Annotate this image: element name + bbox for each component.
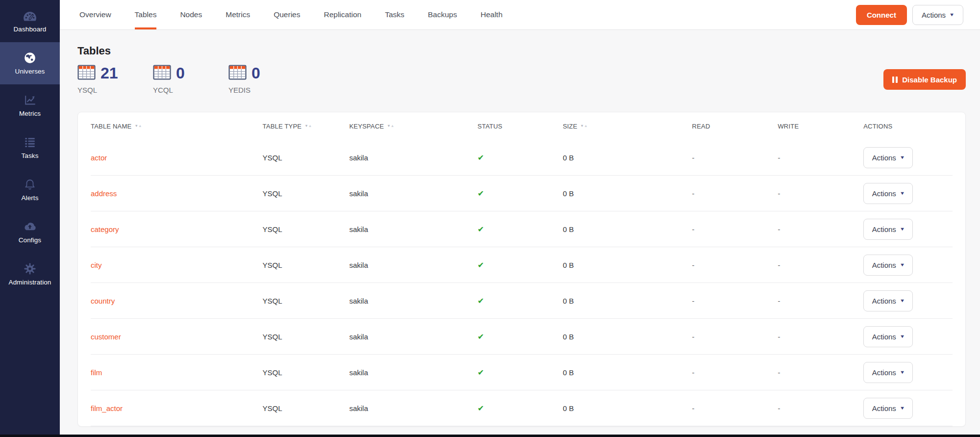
top-navbar: OverviewTablesNodesMetricsQueriesReplica… bbox=[60, 0, 980, 30]
table-name-link[interactable]: city bbox=[91, 261, 263, 269]
sidebar-item-administration[interactable]: Administration bbox=[0, 253, 60, 295]
table-count-ysql: 21YSQL bbox=[77, 63, 153, 94]
tab-tables[interactable]: Tables bbox=[123, 0, 169, 29]
tab-nodes[interactable]: Nodes bbox=[168, 0, 214, 29]
tab-overview[interactable]: Overview bbox=[68, 0, 123, 29]
table-count-value: 0 bbox=[251, 65, 260, 81]
table-grid-icon bbox=[228, 65, 247, 82]
row-actions-button[interactable]: Actions▼ bbox=[863, 362, 913, 383]
universe-actions-button[interactable]: Actions ▼ bbox=[912, 5, 963, 25]
read-cell: - bbox=[692, 368, 778, 377]
sidebar-item-configs[interactable]: Configs bbox=[0, 211, 60, 253]
table-row: film_actorYSQLsakila✔0 B--Actions▼ bbox=[91, 390, 953, 426]
row-actions-button[interactable]: Actions▼ bbox=[863, 219, 913, 240]
tab-replication[interactable]: Replication bbox=[312, 0, 373, 29]
bell-icon bbox=[24, 178, 36, 191]
chevron-down-icon: ▼ bbox=[900, 191, 905, 196]
table-name-link[interactable]: film bbox=[91, 368, 263, 377]
table-row: categoryYSQLsakila✔0 B--Actions▼ bbox=[91, 211, 953, 247]
read-cell: - bbox=[692, 189, 778, 198]
sidebar-item-tasks[interactable]: Tasks bbox=[0, 127, 60, 169]
topnav-actions: Connect Actions ▼ bbox=[856, 0, 963, 29]
column-header-keyspace[interactable]: KEYSPACE▼▲ bbox=[349, 123, 477, 130]
keyspace-cell: sakila bbox=[349, 404, 477, 412]
table-name-link[interactable]: country bbox=[91, 297, 263, 305]
column-header-actions: ACTIONS bbox=[863, 123, 953, 130]
write-cell: - bbox=[778, 404, 863, 412]
gauge-icon bbox=[23, 9, 37, 22]
connect-button[interactable]: Connect bbox=[856, 5, 907, 25]
tables-card: TABLE NAME▼▲TABLE TYPE▼▲KEYSPACE▼▲STATUS… bbox=[77, 112, 966, 427]
read-cell: - bbox=[692, 404, 778, 412]
tab-queries[interactable]: Queries bbox=[262, 0, 312, 29]
cloud-upload-icon bbox=[23, 220, 37, 233]
row-actions-button[interactable]: Actions▼ bbox=[863, 290, 913, 311]
screen-bottom-edge bbox=[0, 435, 980, 437]
column-header-table-name[interactable]: TABLE NAME▼▲ bbox=[91, 123, 263, 130]
row-actions-button[interactable]: Actions▼ bbox=[863, 326, 913, 347]
chevron-down-icon: ▼ bbox=[900, 262, 905, 267]
tab-backups[interactable]: Backups bbox=[416, 0, 469, 29]
row-actions-button[interactable]: Actions▼ bbox=[863, 398, 913, 419]
table-name-link[interactable]: address bbox=[91, 189, 263, 198]
table-type-cell: YSQL bbox=[263, 368, 350, 377]
table-name-link[interactable]: film_actor bbox=[91, 404, 263, 412]
sidebar-item-label: Dashboard bbox=[14, 26, 47, 33]
status-success-icon: ✔ bbox=[477, 153, 563, 162]
table-type-cell: YSQL bbox=[263, 333, 350, 341]
sort-arrows-icon: ▼▲ bbox=[387, 124, 394, 128]
table-type-cell: YSQL bbox=[263, 225, 350, 233]
sidebar-item-label: Universes bbox=[15, 68, 45, 75]
main-column: OverviewTablesNodesMetricsQueriesReplica… bbox=[60, 0, 980, 437]
column-header-read: READ bbox=[692, 123, 778, 130]
tab-health[interactable]: Health bbox=[469, 0, 514, 29]
table-row: actorYSQLsakila✔0 B--Actions▼ bbox=[91, 140, 953, 176]
sidebar-item-metrics[interactable]: Metrics bbox=[0, 84, 60, 127]
table-row: countryYSQLsakila✔0 B--Actions▼ bbox=[91, 283, 953, 319]
disable-backup-button[interactable]: Disable Backup bbox=[883, 69, 966, 90]
keyspace-cell: sakila bbox=[349, 261, 477, 269]
table-grid-icon bbox=[153, 65, 171, 82]
sidebar-item-dashboard[interactable]: Dashboard bbox=[0, 0, 60, 42]
size-cell: 0 B bbox=[563, 368, 692, 377]
table-type-cell: YSQL bbox=[263, 297, 350, 305]
column-header-status: STATUS bbox=[477, 123, 563, 130]
tab-tasks[interactable]: Tasks bbox=[373, 0, 416, 29]
gear-icon bbox=[24, 262, 36, 275]
status-success-icon: ✔ bbox=[477, 189, 563, 198]
status-success-icon: ✔ bbox=[477, 225, 563, 234]
column-header-table-type[interactable]: TABLE TYPE▼▲ bbox=[263, 123, 350, 130]
tab-metrics[interactable]: Metrics bbox=[214, 0, 262, 29]
globe-icon bbox=[24, 51, 36, 64]
table-row: customerYSQLsakila✔0 B--Actions▼ bbox=[91, 319, 953, 355]
table-name-link[interactable]: category bbox=[91, 225, 263, 233]
keyspace-cell: sakila bbox=[349, 333, 477, 341]
sidebar-item-universes[interactable]: Universes bbox=[0, 42, 60, 84]
page-title: Tables bbox=[77, 45, 304, 57]
table-type-cell: YSQL bbox=[263, 404, 350, 412]
table-name-link[interactable]: customer bbox=[91, 333, 263, 341]
universe-actions-label: Actions bbox=[922, 11, 946, 19]
sort-arrows-icon: ▼▲ bbox=[134, 124, 142, 128]
sort-arrows-icon: ▼▲ bbox=[304, 124, 312, 128]
table-grid-icon bbox=[77, 65, 96, 82]
sidebar-item-label: Configs bbox=[19, 236, 41, 244]
write-cell: - bbox=[778, 261, 863, 269]
sidebar-item-label: Metrics bbox=[19, 110, 41, 117]
pause-icon bbox=[892, 77, 898, 83]
table-count-ycql: 0YCQL bbox=[153, 63, 228, 94]
table-count-value: 0 bbox=[176, 65, 185, 81]
column-header-size[interactable]: SIZE▼▲ bbox=[563, 123, 692, 130]
chevron-down-icon: ▼ bbox=[900, 370, 905, 375]
row-actions-button[interactable]: Actions▼ bbox=[863, 255, 913, 276]
sidebar-item-alerts[interactable]: Alerts bbox=[0, 169, 60, 211]
row-actions-button[interactable]: Actions▼ bbox=[863, 183, 913, 204]
table-name-link[interactable]: actor bbox=[91, 154, 263, 162]
status-success-icon: ✔ bbox=[477, 368, 563, 377]
sort-arrows-icon: ▼▲ bbox=[580, 124, 588, 128]
size-cell: 0 B bbox=[563, 154, 692, 162]
table-type-cell: YSQL bbox=[263, 261, 350, 269]
table-count-stats: 21YSQL0YCQL0YEDIS bbox=[77, 63, 304, 94]
row-actions-button[interactable]: Actions▼ bbox=[863, 147, 913, 168]
keyspace-cell: sakila bbox=[349, 189, 477, 198]
